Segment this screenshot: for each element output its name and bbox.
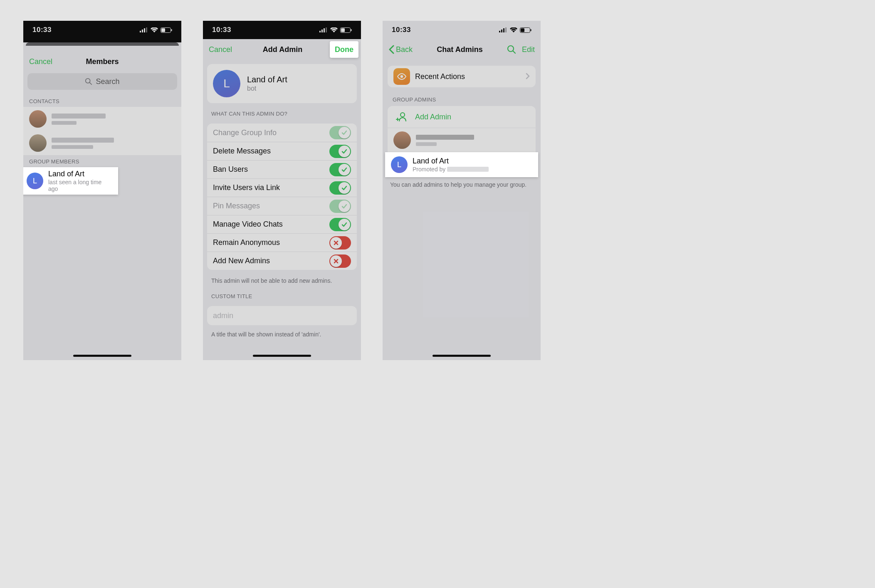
- avatar: [29, 134, 47, 152]
- svg-rect-9: [319, 31, 321, 32]
- svg-rect-26: [531, 29, 531, 31]
- svg-rect-1: [142, 30, 143, 32]
- contact-row[interactable]: [23, 131, 181, 155]
- search-placeholder: Search: [96, 77, 119, 86]
- svg-rect-10: [321, 30, 323, 32]
- wifi-icon: [330, 27, 338, 32]
- cellular-icon: [499, 27, 507, 32]
- admin-row-highlighted[interactable]: L Land of Art Promoted by: [385, 152, 538, 177]
- status-icons: [319, 27, 352, 33]
- add-person-icon: [393, 109, 410, 125]
- chevron-right-icon: [526, 72, 530, 82]
- admin-header-card: L Land of Art bot: [207, 64, 357, 103]
- cancel-button[interactable]: Cancel: [209, 45, 232, 54]
- permission-row: Change Group Info: [207, 124, 357, 142]
- status-time: 10:33: [392, 26, 411, 34]
- permission-label: Manage Video Chats: [213, 220, 283, 229]
- permission-row: Invite Users via Link: [207, 178, 357, 197]
- done-button[interactable]: Done: [330, 41, 358, 58]
- recent-actions-group: Recent Actions: [388, 66, 536, 87]
- battery-icon: [520, 27, 531, 33]
- home-indicator[interactable]: [433, 355, 491, 357]
- contact-sub-redacted: [52, 145, 93, 149]
- status-bar: 10:33: [203, 21, 361, 39]
- svg-rect-12: [326, 27, 327, 32]
- permission-toggle[interactable]: [329, 218, 351, 231]
- status-bar: 10:33: [23, 21, 181, 39]
- permission-toggle[interactable]: [329, 254, 351, 268]
- chevron-left-icon: [388, 45, 394, 54]
- screenshot-add-admin: 10:33 Cancel Add Admin Done L Land of Ar…: [203, 21, 361, 360]
- svg-rect-14: [341, 28, 345, 32]
- permission-row: Remain Anonymous: [207, 233, 357, 252]
- svg-point-7: [86, 79, 90, 83]
- custom-title-footer: A title that will be shown instead of 'a…: [203, 329, 361, 338]
- svg-rect-25: [521, 28, 524, 32]
- contact-sub-redacted: [52, 121, 77, 125]
- permission-label: Remain Anonymous: [213, 238, 280, 247]
- custom-title-placeholder: admin: [213, 311, 233, 320]
- svg-line-8: [90, 83, 92, 85]
- search-button[interactable]: [507, 45, 516, 54]
- svg-line-28: [513, 51, 515, 54]
- permission-toggle: [329, 126, 351, 139]
- custom-title-input[interactable]: admin: [207, 306, 357, 325]
- status-icons: [140, 27, 172, 33]
- section-header-permissions: WHAT CAN THIS ADMIN DO?: [203, 107, 361, 119]
- svg-rect-20: [499, 31, 500, 32]
- svg-rect-3: [146, 27, 147, 32]
- avatar: [393, 131, 411, 149]
- home-indicator[interactable]: [253, 355, 311, 357]
- svg-rect-23: [505, 27, 507, 32]
- member-name: Land of Art: [48, 170, 112, 178]
- permission-toggle[interactable]: [329, 145, 351, 158]
- svg-rect-2: [144, 28, 145, 32]
- recent-actions-label: Recent Actions: [415, 72, 465, 81]
- add-admin-row[interactable]: Add Admin: [388, 106, 536, 128]
- group-member-row[interactable]: L Land of Art last seen a long time ago: [23, 167, 118, 195]
- page-title: Add Admin: [263, 45, 302, 54]
- search-icon: [85, 78, 92, 85]
- svg-rect-5: [161, 28, 165, 32]
- svg-rect-15: [351, 29, 352, 31]
- svg-point-29: [400, 75, 403, 78]
- admin-name: Land of Art: [247, 75, 287, 84]
- avatar-letter: L: [391, 156, 408, 173]
- permission-toggle[interactable]: [329, 236, 351, 250]
- recent-actions-row[interactable]: Recent Actions: [388, 66, 536, 87]
- back-button[interactable]: Back: [388, 45, 413, 54]
- permission-label: Delete Messages: [213, 147, 271, 156]
- permission-row: Delete Messages: [207, 142, 357, 160]
- permission-toggle[interactable]: [329, 181, 351, 195]
- edit-button[interactable]: Edit: [522, 45, 535, 54]
- permission-row: Pin Messages: [207, 197, 357, 215]
- permissions-footer: This admin will not be able to add new a…: [203, 274, 361, 284]
- svg-rect-11: [324, 28, 325, 32]
- permission-row: Ban Users: [207, 160, 357, 178]
- contact-row[interactable]: [23, 107, 181, 131]
- permissions-card: Change Group InfoDelete MessagesBan User…: [207, 124, 357, 270]
- search-input[interactable]: Search: [27, 73, 177, 90]
- svg-rect-22: [503, 28, 504, 32]
- page-title: Members: [86, 57, 119, 66]
- admin-name-redacted: [416, 135, 474, 140]
- permission-label: Invite Users via Link: [213, 183, 280, 192]
- admin-sub-redacted: [416, 142, 437, 146]
- admin-row[interactable]: [388, 128, 536, 152]
- permission-toggle[interactable]: [329, 163, 351, 176]
- nav-bar: Cancel Add Admin Done: [203, 39, 361, 60]
- group-admins-list: Add Admin: [388, 106, 536, 152]
- add-admin-label: Add Admin: [415, 113, 451, 121]
- status-time: 10:33: [212, 26, 231, 34]
- permission-row: Add New Admins: [207, 252, 357, 270]
- permission-label: Ban Users: [213, 165, 248, 174]
- avatar: [29, 110, 47, 128]
- home-indicator[interactable]: [73, 355, 131, 357]
- section-header-contacts: CONTACTS: [23, 95, 181, 107]
- section-header-group-members: GROUP MEMBERS: [23, 155, 181, 167]
- admin-subtitle: bot: [247, 85, 287, 92]
- member-subtitle: last seen a long time ago: [48, 179, 112, 192]
- battery-icon: [340, 27, 352, 33]
- cancel-button[interactable]: Cancel: [29, 57, 52, 66]
- permission-label: Pin Messages: [213, 202, 260, 210]
